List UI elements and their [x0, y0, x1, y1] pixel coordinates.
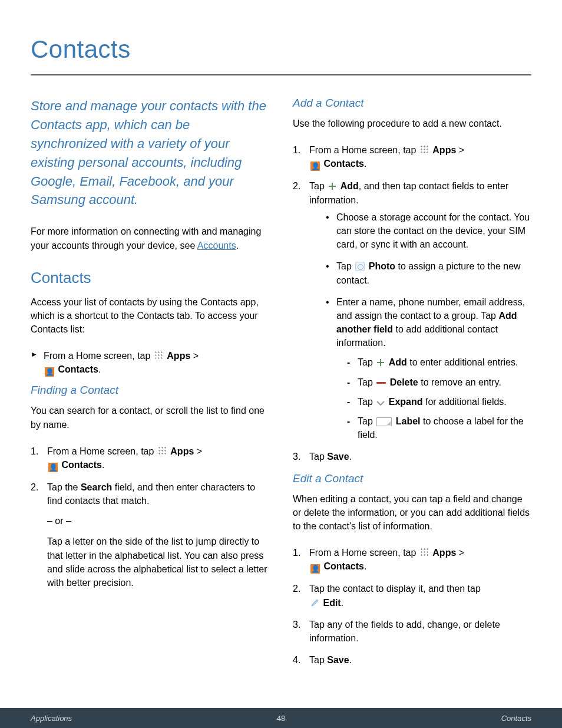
text-post: to remove an entry. — [418, 377, 501, 387]
left-column: Store and manage your contacts with the … — [31, 97, 269, 675]
apps-icon — [420, 145, 429, 154]
contacts-label: Contacts — [323, 561, 363, 571]
step-number: 2. — [293, 582, 300, 595]
edit-steps: 1. From a Home screen, tap Apps > 👤 Cont… — [293, 546, 531, 667]
page-title: Contacts — [31, 35, 531, 64]
add-bold: Add — [340, 181, 359, 191]
step-text-pre: Tap the — [47, 482, 81, 492]
step-number: 1. — [293, 546, 300, 559]
step-text: Tap any of the fields to add, change, or… — [309, 620, 500, 643]
contacts-icon: 👤 — [310, 564, 320, 574]
gt: > — [456, 145, 464, 155]
right-column: Add a Contact Use the following procedur… — [293, 97, 531, 675]
contacts-icon: 👤 — [310, 162, 320, 171]
period: . — [364, 159, 366, 169]
apps-icon — [420, 548, 429, 556]
tap-word: Tap — [309, 655, 327, 665]
apps-icon — [158, 446, 167, 455]
step-number: 3. — [293, 450, 300, 463]
expand-bold: Expand — [389, 397, 423, 407]
search-bold: Search — [81, 482, 112, 492]
page-footer: Applications 48 Contacts — [0, 708, 562, 728]
add-sub-bullets: Choose a storage account for the contact… — [309, 210, 531, 442]
dash-add: Tap Add to enter additional entries. — [347, 355, 531, 369]
save-bold: Save — [327, 452, 349, 462]
step-number: 4. — [293, 653, 300, 667]
intro-paragraph: For more information on connecting with … — [31, 225, 269, 252]
step-text: From a Home screen, tap — [309, 548, 419, 558]
tap-word: Tap — [358, 397, 375, 407]
finding-alt-paragraph: Tap a letter on the side of the list to … — [31, 535, 269, 589]
step-text-post: , and then tap contact fields to enter i… — [309, 181, 508, 205]
footer-right: Contacts — [501, 714, 531, 723]
apps-icon — [154, 351, 163, 360]
contacts-label: Contacts — [323, 159, 363, 169]
save-bold: Save — [327, 655, 349, 665]
intro-text-post: . — [236, 241, 239, 251]
title-rule — [31, 74, 531, 75]
text-pre: Tap the contact to display it, and then … — [309, 584, 481, 594]
bullet-enter-fields: Enter a name, phone number, email addres… — [326, 295, 531, 442]
apps-label: Apps — [167, 351, 190, 361]
apps-label: Apps — [170, 446, 194, 456]
label-bold: Label — [396, 416, 421, 426]
finding-steps: 1. From a Home screen, tap Apps > 👤 Cont… — [31, 444, 269, 508]
gt: > — [194, 446, 202, 456]
apps-label: Apps — [432, 145, 456, 155]
dash-label: Tap Label to choose a label for the fiel… — [347, 414, 531, 442]
tap-word: Tap — [309, 181, 327, 191]
period: . — [341, 598, 343, 608]
text-pre: Enter a name, phone number, email addres… — [336, 297, 525, 321]
text-post: for additional fields. — [423, 397, 507, 407]
field-dash-list: Tap Add to enter additional entries. Tap… — [336, 355, 531, 442]
tap-word: Tap — [358, 357, 375, 367]
plus-icon — [376, 358, 385, 367]
photo-icon — [355, 262, 365, 271]
footer-page-number: 48 — [277, 714, 285, 723]
tap-word: Tap — [309, 452, 327, 462]
contacts-icon: 👤 — [45, 367, 54, 377]
period: . — [102, 460, 104, 470]
minus-icon — [376, 382, 386, 384]
add-paragraph: Use the following procedure to add a new… — [293, 117, 531, 130]
bullet-photo: Tap Photo to assign a picture to the new… — [326, 259, 531, 286]
period: . — [349, 655, 352, 665]
step-number: 2. — [293, 179, 300, 193]
period: . — [364, 561, 366, 571]
finding-paragraph: You can search for a contact, or scroll … — [31, 404, 269, 431]
tap-word: Tap — [358, 416, 375, 426]
contacts-heading: Contacts — [31, 269, 269, 287]
edit-heading: Edit a Contact — [293, 472, 531, 485]
gt: > — [456, 548, 464, 558]
contacts-access-step: From a Home screen, tap Apps > 👤 Contact… — [31, 349, 269, 377]
edit-bold: Edit — [323, 598, 340, 608]
step-text: From a Home screen, tap — [47, 446, 157, 456]
finding-heading: Finding a Contact — [31, 384, 269, 397]
contacts-label: Contacts — [61, 460, 101, 470]
accounts-link[interactable]: Accounts — [197, 241, 236, 251]
step-text: From a Home screen, tap — [44, 351, 153, 361]
photo-bold: Photo — [369, 261, 395, 271]
add-bold: Add — [389, 357, 407, 367]
contacts-icon: 👤 — [48, 463, 58, 472]
step-number: 3. — [293, 618, 300, 631]
gt: > — [190, 351, 199, 361]
add-heading: Add a Contact — [293, 97, 531, 110]
contacts-paragraph: Access your list of contacts by using th… — [31, 295, 269, 337]
period: . — [349, 452, 352, 462]
tap-word: Tap — [336, 261, 354, 271]
dash-expand: Tap Expand for additional fields. — [347, 395, 531, 409]
contacts-label: Contacts — [58, 364, 98, 374]
tap-word: Tap — [358, 377, 375, 387]
step-number: 1. — [293, 143, 300, 157]
pencil-icon — [310, 598, 319, 607]
step-text: From a Home screen, tap — [309, 145, 419, 155]
add-steps: 1. From a Home screen, tap Apps > 👤 Cont… — [293, 143, 531, 463]
or-divider: – or – — [31, 516, 269, 526]
footer-left: Applications — [31, 714, 72, 723]
dash-delete: Tap Delete to remove an entry. — [347, 375, 531, 389]
plus-icon — [328, 182, 336, 190]
edit-paragraph: When editing a contact, you can tap a fi… — [293, 492, 531, 533]
text-post: to enter additional entries. — [407, 357, 518, 367]
lead-paragraph: Store and manage your contacts with the … — [31, 97, 269, 209]
